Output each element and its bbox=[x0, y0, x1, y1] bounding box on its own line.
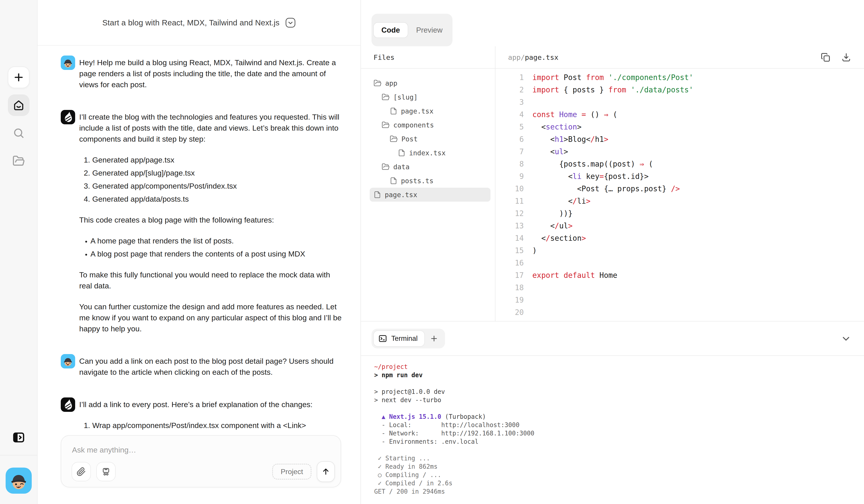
file-icon bbox=[390, 107, 397, 115]
folder-icon bbox=[382, 93, 390, 101]
new-chat-button[interactable] bbox=[8, 66, 29, 88]
message-ol: Generated app/page.tsxGenerated app/[slu… bbox=[79, 155, 343, 205]
files-panel: Files app[slug]page.tsxcomponentsPostind… bbox=[361, 46, 495, 321]
terminal-line: > next dev --turbo bbox=[374, 396, 864, 404]
file-tree-item-data[interactable]: data bbox=[370, 160, 491, 174]
line-number: 14 bbox=[495, 232, 524, 244]
copy-code-button[interactable] bbox=[820, 52, 831, 62]
device-icon bbox=[101, 467, 111, 476]
code-line: 7 <ul> bbox=[495, 146, 864, 158]
file-tree-label: index.tsx bbox=[409, 149, 446, 157]
code-text: <li key={post.id}> bbox=[524, 170, 649, 183]
code-line: 5 <section> bbox=[495, 121, 864, 133]
device-button[interactable] bbox=[96, 462, 116, 481]
chat-message-assistant: I’ll add a link to every post. Here’s a … bbox=[61, 397, 343, 433]
line-number: 6 bbox=[495, 133, 524, 146]
user-account-avatar[interactable] bbox=[5, 468, 32, 494]
folder-icon bbox=[373, 79, 382, 87]
code-line: 14 </section> bbox=[495, 232, 864, 244]
file-tree-label: page.tsx bbox=[385, 191, 417, 199]
attach-file-button[interactable] bbox=[72, 462, 91, 481]
code-text: </section> bbox=[524, 232, 586, 244]
terminal-line: - Local: http://localhost:3000 bbox=[374, 421, 864, 429]
file-tree-item-posts-ts[interactable]: posts.ts bbox=[370, 174, 491, 188]
file-tree-item-page-tsx[interactable]: page.tsx bbox=[370, 188, 491, 202]
chat-message-assistant: I’ll create the blog with the technologi… bbox=[61, 110, 343, 344]
message-list-item: Wrap app/components/Post/index.tsx compo… bbox=[92, 420, 343, 433]
file-tree-item-index-tsx[interactable]: index.tsx bbox=[370, 146, 491, 160]
message-list-item: A home page that renders the list of pos… bbox=[91, 235, 343, 246]
code-line: 15) bbox=[495, 244, 864, 257]
code-line: 16 bbox=[495, 257, 864, 269]
line-number: 4 bbox=[495, 108, 524, 121]
code-text: <Post {… props.post} /> bbox=[524, 183, 680, 195]
terminal-output[interactable]: ~/project> npm run dev > project@1.0.0 d… bbox=[361, 356, 864, 504]
line-number: 8 bbox=[495, 158, 524, 170]
file-icon bbox=[398, 149, 406, 157]
line-number: 11 bbox=[495, 195, 524, 207]
message-paragraph: To make this fully functional you would … bbox=[79, 269, 343, 291]
folder-open-icon bbox=[12, 155, 25, 167]
terminal-line: - Environments: .env.local bbox=[374, 438, 864, 446]
line-number: 3 bbox=[495, 96, 524, 108]
chat-input[interactable]: Ask me anything… Project bbox=[61, 435, 341, 487]
sidebar-item-projects[interactable] bbox=[8, 150, 29, 172]
file-tree-item-post[interactable]: Post bbox=[370, 132, 491, 146]
terminal-line: ✓ Starting ... bbox=[374, 454, 864, 463]
message-paragraph: This code creates a blog page with the f… bbox=[79, 214, 343, 225]
file-tree-item-app[interactable]: app bbox=[370, 76, 491, 90]
terminal-line: - Network: http://192.168.1.100:3000 bbox=[374, 429, 864, 438]
file-tree-item--slug-[interactable]: [slug] bbox=[370, 90, 491, 104]
file-tree-item-components[interactable]: components bbox=[370, 118, 491, 132]
project-button[interactable]: Project bbox=[272, 464, 311, 479]
file-tree-item-page-tsx[interactable]: page.tsx bbox=[370, 104, 491, 118]
assistant-avatar bbox=[61, 110, 75, 124]
code-file-path: app/page.tsx bbox=[495, 46, 864, 69]
sidebar-item-search[interactable] bbox=[8, 122, 29, 144]
expand-panel-button[interactable] bbox=[8, 427, 29, 448]
line-number: 1 bbox=[495, 71, 524, 84]
search-icon bbox=[13, 127, 25, 139]
message-paragraph: I’ll create the blog with the technologi… bbox=[79, 111, 343, 145]
message-ol: Wrap app/components/Post/index.tsx compo… bbox=[79, 420, 343, 433]
panel-right-icon bbox=[12, 431, 25, 444]
code-editor[interactable]: 1import Post from './components/Post'2im… bbox=[495, 69, 864, 321]
line-number: 9 bbox=[495, 170, 524, 183]
line-number: 15 bbox=[495, 244, 524, 257]
code-line: 2import { posts } from './data/posts' bbox=[495, 84, 864, 96]
code-text bbox=[524, 257, 532, 269]
line-number: 5 bbox=[495, 121, 524, 133]
tab-preview[interactable]: Preview bbox=[408, 22, 451, 38]
code-line: 12 ))} bbox=[495, 207, 864, 220]
send-button[interactable] bbox=[317, 461, 335, 482]
paperclip-icon bbox=[76, 467, 86, 476]
line-number: 10 bbox=[495, 183, 524, 195]
message-list-item: Generated app/components/Post/index.tsx bbox=[92, 181, 343, 192]
code-line: 10 <Post {… props.post} /> bbox=[495, 183, 864, 195]
tab-code[interactable]: Code bbox=[373, 22, 408, 38]
line-number: 16 bbox=[495, 257, 524, 269]
terminal-line: > project@1.0.0 dev bbox=[374, 388, 864, 396]
code-line: 13 </ul> bbox=[495, 220, 864, 232]
chat-message-user: Hey! Help me build a blog using React, M… bbox=[61, 56, 343, 100]
code-text: ) bbox=[524, 244, 537, 257]
assistant-avatar bbox=[61, 397, 75, 412]
sidebar-item-home[interactable] bbox=[8, 95, 29, 116]
code-line: 6 <h1>Blog</h1> bbox=[495, 133, 864, 146]
terminal-tab-label: Terminal bbox=[391, 334, 418, 343]
chat-title: Start a blog with React, MDX, Tailwind a… bbox=[103, 18, 279, 27]
code-text: {posts.map((post) ⇒ ( bbox=[524, 158, 653, 170]
view-tabs-bar: Code Preview bbox=[361, 0, 864, 46]
terminal-line: ✓ Ready in 862ms bbox=[374, 463, 864, 471]
chat-title-chevron-button[interactable] bbox=[285, 17, 296, 28]
workspace-panel: Code Preview Files app[slug]page.tsxcomp… bbox=[361, 0, 864, 504]
download-code-button[interactable] bbox=[841, 52, 851, 62]
tab-terminal[interactable]: Terminal bbox=[373, 330, 425, 347]
file-tree-label: page.tsx bbox=[401, 107, 434, 115]
left-rail bbox=[0, 0, 38, 504]
new-terminal-button[interactable] bbox=[430, 334, 438, 343]
file-tree-label: [slug] bbox=[393, 93, 418, 101]
code-text: <h1>Blog</h1> bbox=[524, 133, 608, 146]
code-preview-toggle: Code Preview bbox=[371, 14, 453, 46]
collapse-terminal-button[interactable] bbox=[841, 333, 851, 344]
